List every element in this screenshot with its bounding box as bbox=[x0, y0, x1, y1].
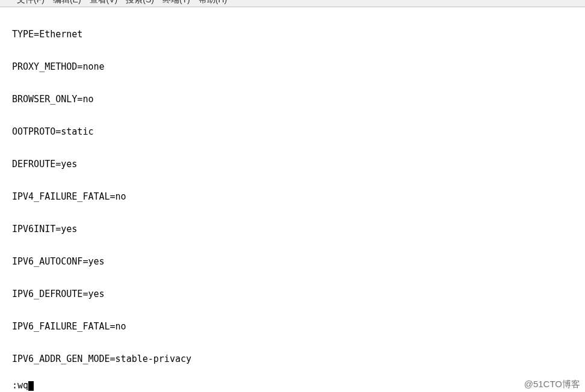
watermark: @51CTO博客 bbox=[524, 379, 580, 390]
menu-help[interactable]: 帮助(H) bbox=[199, 0, 227, 2]
menu-file[interactable]: 文件(F) bbox=[17, 0, 45, 2]
config-line: IPV6_DEFROUTE=yes bbox=[12, 289, 585, 299]
vim-command-line[interactable]: :wq bbox=[12, 380, 585, 392]
config-line: IPV6_ADDR_GEN_MODE=stable-privacy bbox=[12, 354, 585, 364]
config-line: IPV6_AUTOCONF=yes bbox=[12, 256, 585, 267]
config-line: IPV6INIT=yes bbox=[12, 224, 585, 234]
menubar: 文件(F) 编辑(E) 查看(V) 搜索(S) 终端(T) 帮助(H) bbox=[0, 0, 585, 7]
config-line: DEFROUTE=yes bbox=[12, 159, 585, 170]
menu-view[interactable]: 查看(V) bbox=[90, 0, 118, 2]
config-line: BROWSER_ONLY=no bbox=[12, 94, 585, 105]
config-line: OOTPROTO=static bbox=[12, 126, 585, 137]
menu-terminal[interactable]: 终端(T) bbox=[162, 0, 190, 2]
config-line: PROXY_METHOD=none bbox=[12, 61, 585, 72]
config-line: IPV6_FAILURE_FATAL=no bbox=[12, 321, 585, 332]
cmdline-prefix: : bbox=[12, 380, 17, 391]
editor-viewport[interactable]: TYPE=Ethernet PROXY_METHOD=none BROWSER_… bbox=[0, 7, 585, 392]
config-line: TYPE=Ethernet bbox=[12, 29, 585, 40]
cursor-block-icon bbox=[28, 381, 34, 391]
cmdline-command: wq bbox=[17, 380, 28, 391]
menu-edit[interactable]: 编辑(E) bbox=[53, 0, 81, 2]
config-line: IPV4_FAILURE_FATAL=no bbox=[12, 191, 585, 202]
menu-search[interactable]: 搜索(S) bbox=[126, 0, 154, 2]
